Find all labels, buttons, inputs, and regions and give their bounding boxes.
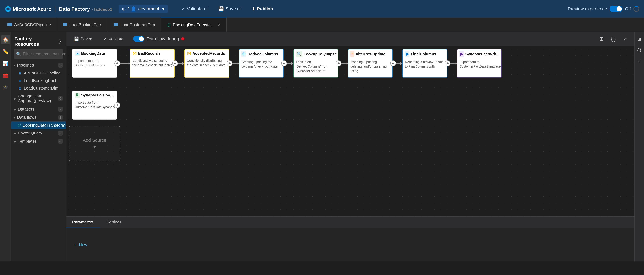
tab-bookingdatatransformation[interactable]: ⬡ BookingDataTransfo... ✕ xyxy=(161,18,226,32)
monitor-icon-btn[interactable]: 📊 xyxy=(1,59,10,68)
add-after-bookingdata[interactable]: + xyxy=(114,61,120,66)
search-input[interactable] xyxy=(23,52,66,57)
chevron-right-icon: ▶ xyxy=(14,139,16,143)
node-lookup-synapse[interactable]: 🔍 LookupInSynapse Lookup on 'DerivedColu… xyxy=(294,49,338,78)
cosmos-icon: ☁ xyxy=(75,51,80,56)
search-icon: 🔍 xyxy=(16,52,21,57)
node-accepted-records[interactable]: ⋈ AcceptedRecords Conditionally distribu… xyxy=(184,49,229,78)
datasets-section-header[interactable]: ▶ Datasets 7 xyxy=(11,105,66,113)
saved-button[interactable]: 💾 Saved xyxy=(70,35,96,43)
checkmark-icon: ✓ xyxy=(104,37,107,41)
close-tab-icon[interactable]: ✕ xyxy=(218,23,220,27)
chevron-right-icon: ▶ xyxy=(14,131,16,135)
filter-icon: ⋈ xyxy=(132,51,136,56)
canvas: ☁ BookingData Import data from BookingDa… xyxy=(66,46,634,216)
add-after-synapse-lookup[interactable]: + xyxy=(114,102,120,108)
pipelines-section-header[interactable]: ▾ Pipelines 3 xyxy=(11,61,66,69)
debug-track[interactable] xyxy=(133,36,144,42)
checkmark-icon: ✓ xyxy=(182,6,185,12)
node-synapse-lookup-source[interactable]: 🗄 SynapseForLoo... Import data from Cust… xyxy=(72,91,117,120)
debug-toggle[interactable]: Data flow debug xyxy=(133,36,184,42)
preview-toggle[interactable] xyxy=(610,6,622,12)
dataflows-section-header[interactable]: ▾ Data flows 1 xyxy=(11,113,66,121)
debug-active-indicator xyxy=(181,37,184,41)
pipeline-icon: ▦ xyxy=(18,87,22,90)
right-panel-btn-1[interactable]: ⊞ xyxy=(636,35,643,43)
sidebar-section-datasets: ▶ Datasets 7 xyxy=(11,105,66,113)
tab-settings[interactable]: Settings xyxy=(100,217,128,228)
add-after-bad-records[interactable]: + xyxy=(172,61,178,66)
edit-icon-btn[interactable]: ✏️ xyxy=(1,47,10,56)
sidebar-item-airbnbcdc[interactable]: ▦ AirBnBCDCPipeline xyxy=(11,69,66,77)
right-panel: ⊞ { } ⤢ xyxy=(634,32,644,261)
tab-loadcustomerdim[interactable]: LoadCustomerDim xyxy=(108,18,161,32)
code-view-icon[interactable]: { } xyxy=(609,35,618,43)
cdc-section-header[interactable]: ▶ Change Data Capture (preview) 0 xyxy=(11,92,66,105)
chevron-right-icon: ▶ xyxy=(14,107,16,111)
save-icon: 💾 xyxy=(74,37,79,41)
sidebar-item-loadcustomer[interactable]: ▦ LoadCustomerDim xyxy=(11,84,66,92)
toolbox-icon-btn[interactable]: 🧰 xyxy=(1,71,10,80)
fullscreen-icon[interactable]: ⤢ xyxy=(621,35,630,43)
lookup-icon: 🔍 xyxy=(296,51,302,57)
github-icon: ⊕ xyxy=(122,6,126,12)
flow-container: ☁ BookingData Import data from BookingDa… xyxy=(69,49,502,161)
sidebar-section-cdc: ▶ Change Data Capture (preview) 0 xyxy=(11,92,66,105)
node-derived-columns[interactable]: ⊕ DerivedColumns Creating/updating the c… xyxy=(239,49,284,78)
sidebar: Factory Resources ⟨⟨ 🔍 ＋ ▾ Pipelines 3 ▦… xyxy=(11,32,66,261)
derived-icon: ⊕ xyxy=(242,51,246,57)
node-final-columns[interactable]: ▶ FinalColumns Renaming AlterRowUpdate t… xyxy=(402,49,447,78)
home-icon-btn[interactable]: 🏠 xyxy=(1,35,10,44)
grid-view-icon[interactable]: ⊞ xyxy=(597,35,606,43)
templates-section-header[interactable]: ▶ Templates 0 xyxy=(11,137,66,145)
pipeline-icon xyxy=(114,23,118,26)
sidebar-item-loadbooking[interactable]: ▦ LoadBookingFact xyxy=(11,77,66,84)
powerquery-section-header[interactable]: ▶ Power Query 0 xyxy=(11,129,66,137)
add-after-final[interactable]: + xyxy=(445,61,450,66)
add-after-derived[interactable]: + xyxy=(281,61,287,66)
validate-button[interactable]: ✓ Validate xyxy=(100,35,127,43)
tab-bar: AirBnBCDCPipeline LoadBookingFact LoadCu… xyxy=(0,18,644,32)
branch-selector[interactable]: ⊕ / 👤 dev branch ▾ xyxy=(119,5,168,13)
bottom-tabs: Parameters Settings xyxy=(66,217,634,228)
icon-bar: 🏠 ✏️ 📊 🧰 🎓 xyxy=(0,32,11,261)
user-icon: 👤 xyxy=(131,6,136,12)
chevron-down-icon: ▾ xyxy=(14,116,16,119)
validate-all-button[interactable]: ✓ Validate all xyxy=(179,5,211,13)
publish-button[interactable]: ⬆ Publish xyxy=(249,5,276,13)
search-box: 🔍 ＋ xyxy=(14,49,63,59)
add-after-lookup[interactable]: + xyxy=(336,61,342,66)
add-after-alter[interactable]: + xyxy=(390,61,396,66)
select-icon: ▶ xyxy=(405,51,410,57)
right-panel-btn-3[interactable]: ⤢ xyxy=(636,57,643,65)
connector-0 xyxy=(120,63,130,64)
azure-logo: 🌐 Microsoft Azure | Data Factory › fadde… xyxy=(5,6,112,12)
add-source-box[interactable]: Add Source ▾ xyxy=(69,126,120,161)
publish-icon: ⬆ xyxy=(252,6,255,12)
plus-icon: ＋ xyxy=(73,242,77,247)
right-panel-btn-2[interactable]: { } xyxy=(636,46,643,54)
action-bar-right: ⊞ { } ⤢ xyxy=(597,35,630,43)
add-after-accepted[interactable]: + xyxy=(227,61,232,66)
new-parameter-button[interactable]: ＋ New xyxy=(70,241,90,249)
sidebar-title: Factory Resources xyxy=(14,36,58,47)
pipeline-icon: ▦ xyxy=(18,72,22,75)
node-booking-data[interactable]: ☁ BookingData Import data from BookingDa… xyxy=(72,49,117,78)
sidebar-item-bookingdata-transformation[interactable]: ⬡ BookingDataTransformation xyxy=(11,121,66,129)
node-bad-records[interactable]: ⋈ BadRecords Conditionally distributing … xyxy=(130,49,175,78)
save-all-button[interactable]: 💾 Save all xyxy=(216,5,244,13)
tab-airbnbcdcpipeline[interactable]: AirBnBCDCPipeline xyxy=(2,18,57,32)
synapse-icon: 🗄 xyxy=(75,93,80,98)
tab-loadbookingfact[interactable]: LoadBookingFact xyxy=(57,18,108,32)
node-alter-row[interactable]: ≡ AlterRowUpdate Inserting, updating, de… xyxy=(348,49,393,78)
dataflow-icon: ⬡ xyxy=(18,123,21,128)
graduation-icon-btn[interactable]: 🎓 xyxy=(1,83,10,91)
collapse-sidebar-icon[interactable]: ⟨⟨ xyxy=(58,38,62,45)
pipeline-icon xyxy=(63,23,67,26)
chevron-down-icon: ▾ xyxy=(162,6,164,12)
bottom-content: ＋ New xyxy=(66,228,634,261)
tab-parameters[interactable]: Parameters xyxy=(66,217,100,228)
pipeline-icon xyxy=(7,23,12,26)
chevron-right-icon: ▶ xyxy=(14,97,16,100)
node-synapse-fact-write[interactable]: ▶ SynapseFactWrit... Export data to Cust… xyxy=(457,49,502,78)
